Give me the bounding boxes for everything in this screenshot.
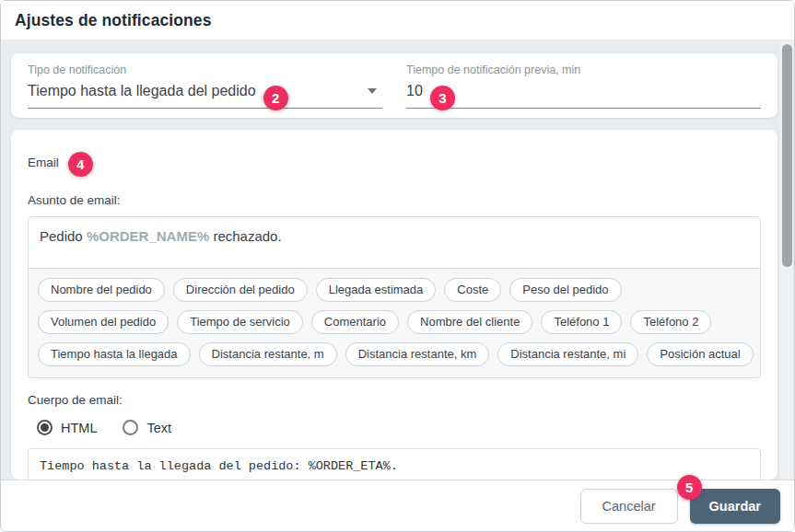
placeholder-chips-panel: Nombre del pedidoDirección del pedidoLle… xyxy=(29,268,760,377)
dialog-footer: Cancelar 5 Guardar xyxy=(1,480,794,531)
body-format-radio-group: HTML Text xyxy=(28,420,761,435)
email-subject-label: Asunto de email: xyxy=(28,193,761,207)
notification-type-value: Tiempo hasta la llegada del pedido xyxy=(28,83,256,99)
format-option-html-label: HTML xyxy=(61,421,97,435)
notification-type-label: Tipo de notificación xyxy=(28,64,382,76)
annotation-badge-3: 3 xyxy=(430,86,455,110)
email-subject-input[interactable]: Pedido %ORDER_NAME% rechazado. xyxy=(29,217,760,268)
email-body-text: Tiempo hasta la llegada del pedido: %ORD… xyxy=(40,459,398,473)
radio-checked-icon xyxy=(37,420,53,435)
annotation-badge-5: 5 xyxy=(677,475,702,500)
notification-time-field: Tiempo de notificación previa, min 10 3 xyxy=(406,64,761,118)
scrollbar-thumb[interactable] xyxy=(782,44,792,267)
annotation-badge-4: 4 xyxy=(68,152,93,177)
annotation-badge-2: 2 xyxy=(263,86,288,110)
placeholder-chip[interactable]: Llegada estimada xyxy=(316,278,437,302)
notification-time-value: 10 xyxy=(406,83,423,99)
subject-text-prefix: Pedido xyxy=(40,228,87,244)
placeholder-chip[interactable]: Volumen del pedido xyxy=(38,310,169,334)
format-option-html[interactable]: HTML xyxy=(37,420,97,435)
dialog-header: Ajustes de notificaciones xyxy=(1,1,794,40)
chip-row: Volumen del pedidoTiempo de servicioCome… xyxy=(38,310,751,334)
placeholder-chip[interactable]: Distancia restante, mi xyxy=(497,342,638,366)
save-button[interactable]: Guardar xyxy=(690,489,780,524)
email-settings-card: Email 4 Asunto de email: Pedido %ORDER_N… xyxy=(11,130,777,480)
notification-settings-dialog: Ajustes de notificaciones Tipo de notifi… xyxy=(0,0,795,532)
dialog-body: Tipo de notificación Tiempo hasta la lle… xyxy=(1,40,794,480)
screenshot: Ajustes de notificaciones Tipo de notifi… xyxy=(0,0,795,532)
radio-unchecked-icon xyxy=(123,420,138,435)
dialog-title: Ajustes de notificaciones xyxy=(15,11,212,30)
chevron-down-icon[interactable] xyxy=(368,88,377,94)
placeholder-chip[interactable]: Peso del pedido xyxy=(509,278,621,302)
placeholder-chip[interactable]: Posición actual xyxy=(647,342,753,366)
placeholder-chip[interactable]: Comentario xyxy=(311,310,399,334)
format-option-text-label: Text xyxy=(146,421,171,435)
email-body-label: Cuerpo de email: xyxy=(28,393,761,407)
email-section-header: Email 4 xyxy=(28,150,761,175)
email-subject-box: Pedido %ORDER_NAME% rechazado. Nombre de… xyxy=(28,216,761,378)
placeholder-chip[interactable]: Teléfono 1 xyxy=(541,310,622,334)
notification-time-input[interactable]: 10 3 xyxy=(406,81,761,109)
subject-text-suffix: rechazado. xyxy=(209,228,281,244)
placeholder-chip[interactable]: Dirección del pedido xyxy=(173,278,308,302)
placeholder-chip[interactable]: Distancia restante, m xyxy=(199,342,337,366)
email-section-title: Email xyxy=(28,156,59,169)
notification-type-select[interactable]: Tiempo hasta la llegada del pedido 2 xyxy=(28,81,382,109)
order-name-token: %ORDER_NAME% xyxy=(87,228,209,244)
save-button-wrapper: 5 Guardar xyxy=(690,489,780,524)
notification-settings-card: Tipo de notificación Tiempo hasta la lle… xyxy=(11,53,777,118)
placeholder-chip[interactable]: Coste xyxy=(444,278,501,302)
placeholder-chip[interactable]: Nombre del pedido xyxy=(38,278,165,302)
notification-time-label: Tiempo de notificación previa, min xyxy=(406,64,761,76)
format-option-text[interactable]: Text xyxy=(123,420,171,435)
placeholder-chip[interactable]: Nombre del cliente xyxy=(407,310,532,334)
notification-type-field: Tipo de notificación Tiempo hasta la lle… xyxy=(28,64,382,118)
chip-row: Tiempo hasta la llegadaDistancia restant… xyxy=(38,342,751,366)
scrollbar-track[interactable] xyxy=(780,41,793,480)
chip-row: Nombre del pedidoDirección del pedidoLle… xyxy=(38,278,751,302)
placeholder-chip[interactable]: Teléfono 2 xyxy=(630,310,711,334)
placeholder-chip[interactable]: Distancia restante, km xyxy=(345,342,490,366)
placeholder-chip[interactable]: Tiempo de servicio xyxy=(177,310,303,334)
cancel-button[interactable]: Cancelar xyxy=(580,489,678,524)
email-body-input[interactable]: Tiempo hasta la llegada del pedido: %ORD… xyxy=(28,448,761,480)
placeholder-chip[interactable]: Tiempo hasta la llegada xyxy=(38,342,191,366)
